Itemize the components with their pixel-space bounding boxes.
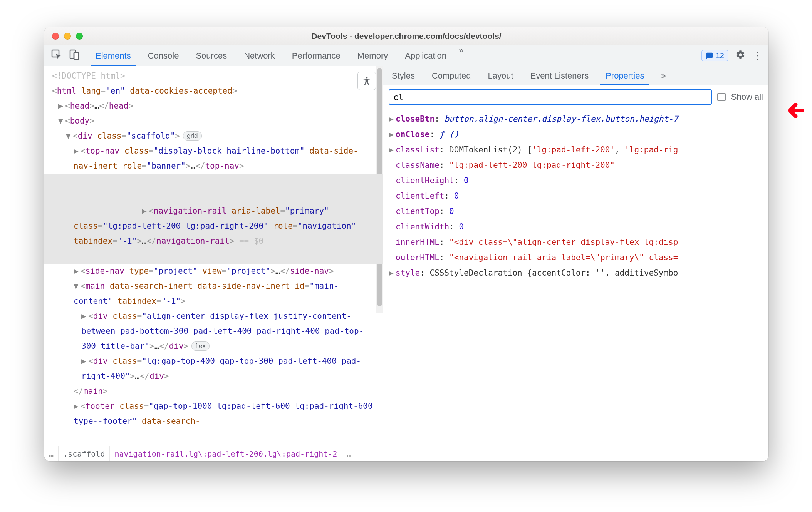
titlebar: DevTools - developer.chrome.com/docs/dev… [44,27,768,45]
minimize-window-button[interactable] [64,33,71,40]
properties-filter-input[interactable] [389,89,712,105]
tab-console[interactable]: Console [139,45,188,66]
grid-badge[interactable]: grid [183,131,201,141]
svg-point-4 [366,77,367,78]
tab-application[interactable]: Application [396,45,455,66]
properties-list[interactable]: ▶closeBtn: button.align-center.display-f… [383,109,768,461]
main-toolbar: Elements Console Sources Network Perform… [44,45,768,66]
tab-layout[interactable]: Layout [479,66,522,85]
breadcrumb-overflow-left[interactable]: … [44,446,59,461]
issues-count: 12 [716,51,724,60]
breadcrumb[interactable]: … .scaffold navigation-rail.lg\:pad-left… [44,446,383,461]
elements-panel: <!DOCTYPE html> <html lang="en" data-coo… [44,66,383,461]
tab-styles[interactable]: Styles [383,66,423,85]
tabs-overflow[interactable]: » [455,45,467,66]
breadcrumb-overflow-right[interactable]: … [342,446,356,461]
inspect-element-icon[interactable] [51,49,62,62]
main-tabs: Elements Console Sources Network Perform… [87,45,467,66]
window-title: DevTools - developer.chrome.com/docs/dev… [44,32,768,41]
annotation-arrow [785,101,804,120]
show-all-checkbox[interactable] [717,93,726,101]
tab-computed[interactable]: Computed [423,66,480,85]
settings-icon[interactable] [735,50,745,62]
tab-network[interactable]: Network [235,45,284,66]
svg-rect-2 [74,52,79,59]
close-window-button[interactable] [52,33,59,40]
breadcrumb-navigation-rail[interactable]: navigation-rail.lg\:pad-left-200.lg\:pad… [110,446,342,461]
show-all-label: Show all [731,92,763,102]
breadcrumb-scaffold[interactable]: .scaffold [59,446,110,461]
sidebar-tabs-overflow[interactable]: » [653,66,674,85]
tab-sources[interactable]: Sources [187,45,235,66]
device-toolbar-icon[interactable] [69,49,80,62]
tab-memory[interactable]: Memory [349,45,396,66]
tab-event-listeners[interactable]: Event Listeners [522,66,597,85]
more-icon[interactable]: ⋯ [752,51,763,61]
flex-badge[interactable]: flex [191,341,209,351]
issues-button[interactable]: 12 [701,50,728,61]
accessibility-icon[interactable] [357,72,376,90]
dom-tree[interactable]: <!DOCTYPE html> <html lang="en" data-coo… [44,66,383,429]
tab-elements[interactable]: Elements [87,45,139,66]
tab-performance[interactable]: Performance [284,45,349,66]
tab-properties[interactable]: Properties [597,66,653,85]
devtools-window: DevTools - developer.chrome.com/docs/dev… [44,27,768,461]
sidebar-tabs: Styles Computed Layout Event Listeners P… [383,66,768,85]
zoom-window-button[interactable] [76,33,83,40]
sidebar-panel: Styles Computed Layout Event Listeners P… [383,66,768,461]
traffic-lights [52,33,83,40]
